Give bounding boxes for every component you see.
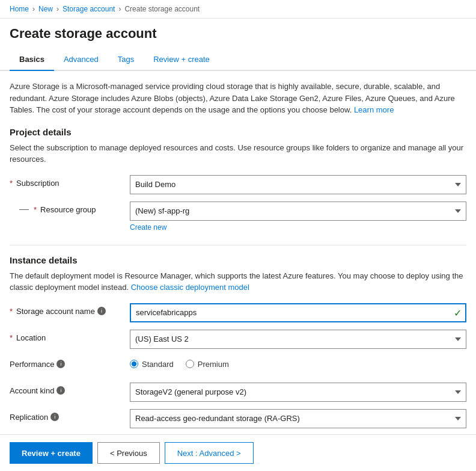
account-kind-row: Account kind i StorageV2 (general purpos… (10, 383, 466, 402)
intro-description: Azure Storage is a Microsoft-managed ser… (10, 81, 466, 116)
account-kind-select[interactable]: StorageV2 (general purpose v2) (130, 383, 466, 402)
review-create-button[interactable]: Review + create (10, 442, 93, 464)
location-row: * Location (US) East US 2 (10, 330, 466, 349)
account-kind-info-icon[interactable]: i (56, 386, 65, 395)
previous-button[interactable]: < Previous (97, 442, 160, 464)
breadcrumb-home[interactable]: Home (10, 5, 29, 13)
performance-label: Performance i (10, 356, 130, 369)
replication-control: Read-access geo-redundant storage (RA-GR… (130, 409, 466, 428)
resource-group-row: * Resource group (New) sf-app-rg Create … (10, 202, 466, 232)
resource-group-required: * (34, 205, 37, 214)
storage-name-info-icon[interactable]: i (97, 307, 106, 315)
storage-account-name-label: * Storage account name i (10, 303, 130, 316)
subscription-label: * Subscription (10, 175, 130, 188)
learn-more-link[interactable]: Learn more (354, 105, 394, 114)
page-title: Create storage account (0, 19, 476, 49)
subscription-control: Build Demo (130, 175, 466, 194)
storage-name-required: * (10, 307, 13, 316)
breadcrumb-sep-2: › (56, 5, 59, 13)
resource-group-label: * Resource group (10, 202, 130, 214)
breadcrumb-current: Create storage account (124, 5, 200, 13)
subscription-row: * Subscription Build Demo (10, 175, 466, 194)
storage-account-name-input[interactable] (130, 303, 466, 322)
subscription-select[interactable]: Build Demo (130, 175, 466, 194)
input-valid-icon: ✓ (454, 307, 462, 318)
breadcrumb-storage-account[interactable]: Storage account (63, 5, 115, 13)
project-details-section: Project details Select the subscription … (10, 127, 466, 232)
location-control: (US) East US 2 (130, 330, 466, 349)
breadcrumb: Home › New › Storage account › Create st… (0, 0, 476, 19)
footer: Review + create < Previous Next : Advanc… (0, 434, 476, 471)
performance-control: Standard Premium (130, 356, 466, 369)
performance-standard-radio[interactable] (130, 360, 138, 368)
storage-account-name-control: ✓ (130, 303, 466, 322)
resource-group-select[interactable]: (New) sf-app-rg (130, 202, 466, 221)
performance-radio-group: Standard Premium (130, 356, 466, 369)
tab-advanced[interactable]: Advanced (54, 49, 108, 71)
classic-deployment-link[interactable]: Choose classic deployment model (131, 283, 249, 292)
location-label: * Location (10, 330, 130, 342)
account-kind-label: Account kind i (10, 383, 130, 395)
performance-premium-option[interactable]: Premium (186, 360, 229, 369)
performance-row: Performance i Standard Premium (10, 356, 466, 375)
performance-premium-label: Premium (198, 360, 229, 369)
next-button[interactable]: Next : Advanced > (165, 442, 254, 464)
account-kind-control: StorageV2 (general purpose v2) (130, 383, 466, 402)
tab-basics[interactable]: Basics (10, 49, 54, 71)
breadcrumb-sep-1: › (32, 5, 35, 13)
location-required: * (10, 333, 13, 342)
performance-premium-radio[interactable] (186, 360, 194, 368)
section-divider-1 (10, 245, 466, 245)
performance-standard-option[interactable]: Standard (130, 360, 174, 369)
storage-account-name-row: * Storage account name i ✓ (10, 303, 466, 322)
breadcrumb-new[interactable]: New (38, 5, 53, 13)
performance-standard-label: Standard (142, 360, 174, 369)
breadcrumb-sep-3: › (118, 5, 121, 13)
project-details-desc: Select the subscription to manage deploy… (10, 142, 466, 165)
instance-details-title: Instance details (10, 255, 466, 265)
tabs-container: Basics Advanced Tags Review + create (0, 49, 476, 71)
resource-group-control: (New) sf-app-rg Create new (130, 202, 466, 232)
subscription-required: * (10, 179, 13, 188)
location-select[interactable]: (US) East US 2 (130, 330, 466, 349)
performance-info-icon[interactable]: i (56, 360, 65, 368)
storage-account-name-input-wrapper: ✓ (130, 303, 466, 322)
tab-review-create[interactable]: Review + create (144, 49, 219, 71)
project-details-title: Project details (10, 127, 466, 137)
replication-info-icon[interactable]: i (50, 413, 59, 421)
instance-details-desc: The default deployment model is Resource… (10, 270, 466, 294)
create-new-link[interactable]: Create new (130, 223, 466, 232)
replication-select[interactable]: Read-access geo-redundant storage (RA-GR… (130, 409, 466, 428)
tab-tags[interactable]: Tags (108, 49, 144, 71)
instance-details-section: Instance details The default deployment … (10, 255, 466, 455)
replication-label: Replication i (10, 409, 130, 422)
replication-row: Replication i Read-access geo-redundant … (10, 409, 466, 428)
